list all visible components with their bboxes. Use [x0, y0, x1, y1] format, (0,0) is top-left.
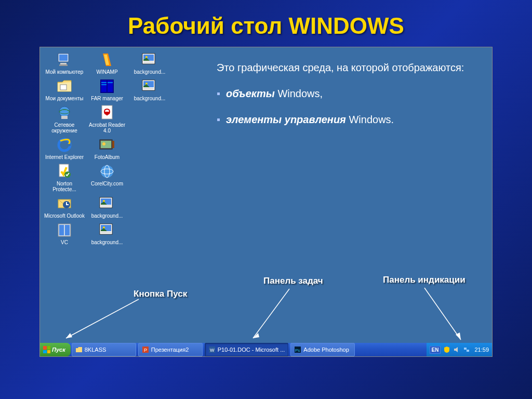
clock[interactable]: 21:59 — [472, 347, 489, 353]
bullet-rest: Windows, — [275, 88, 323, 99]
icon-label: FotoAlbum — [86, 154, 128, 160]
svg-text:P: P — [144, 348, 147, 353]
annotation-taskbar: Панель задач — [263, 276, 323, 286]
description-intro: Это графическая среда, на которой отобра… — [217, 60, 464, 75]
folder-small-icon — [75, 346, 83, 353]
svg-point-27 — [102, 142, 105, 145]
icon-fotoalbum[interactable]: FotoAlbum — [86, 137, 128, 160]
icon-corelcity[interactable]: CorelCity.com — [86, 163, 128, 192]
annotation-tray: Панель индикации — [383, 275, 466, 285]
svg-rect-41 — [101, 205, 111, 207]
icon-label: VC — [43, 240, 86, 245]
image-icon — [99, 195, 115, 212]
image-icon — [141, 51, 158, 68]
svg-rect-43 — [59, 225, 64, 235]
svg-rect-11 — [108, 81, 113, 92]
bullet-bold: элементы управления — [226, 114, 346, 125]
ps-icon: Ps — [294, 346, 301, 353]
icon-network[interactable]: Сетевое окружение — [43, 104, 86, 134]
bullet-rest: Windows. — [346, 114, 394, 125]
svg-text:W: W — [210, 348, 215, 353]
svg-rect-3 — [59, 64, 68, 66]
icon-ie[interactable]: Internet Explorer — [43, 137, 86, 160]
svg-rect-26 — [101, 141, 111, 148]
icon-my-documents[interactable]: Мои документы — [43, 78, 86, 101]
arrow-taskbar — [248, 286, 310, 343]
icon-label: CorelCity.com — [86, 181, 128, 187]
icon-background1[interactable]: background... — [128, 51, 171, 75]
icon-background2[interactable]: background... — [128, 78, 171, 101]
icon-background3[interactable]: background... — [86, 195, 128, 219]
svg-rect-21 — [61, 116, 68, 119]
corel-icon — [99, 163, 115, 180]
icon-label: FAR manager — [86, 96, 128, 101]
word-icon: W — [208, 346, 216, 353]
icon-my-computer[interactable]: Мой компьютер — [43, 51, 86, 75]
language-indicator[interactable]: EN — [430, 346, 441, 354]
svg-point-31 — [101, 165, 113, 178]
arrow-tray — [414, 285, 476, 343]
svg-marker-54 — [456, 332, 461, 340]
taskbar: Пуск 8KLASS P Презентация2 W P10-01.DOC … — [40, 343, 492, 356]
icon-label: background... — [86, 240, 128, 245]
icon-label: Internet Explorer — [43, 154, 86, 160]
task-word[interactable]: W P10-01.DOC - Microsoft ... — [205, 343, 289, 356]
tray-network-icon[interactable] — [462, 346, 470, 354]
slide: Рабочий стол WINDOWS Мой компьютер WINAM… — [0, 0, 532, 399]
photo-icon — [99, 137, 115, 153]
icon-outlook[interactable]: Microsoft Outlook — [43, 195, 86, 219]
icon-label: Norton Protecte... — [43, 181, 86, 192]
svg-rect-28 — [112, 141, 114, 148]
bullet-objects: объекты Windows, — [217, 86, 464, 101]
annotation-start: Кнопка Пуск — [134, 289, 187, 299]
computer-icon — [56, 51, 73, 68]
desktop-screenshot: Мой компьютер WINAMP background... — [39, 47, 493, 357]
far-icon — [99, 78, 115, 95]
svg-point-19 — [59, 107, 70, 117]
start-button[interactable]: Пуск — [40, 343, 71, 356]
bullet-controls: элементы управления Windows. — [217, 112, 464, 127]
icon-acrobat[interactable]: Acrobat Reader 4.0 — [86, 104, 128, 134]
icon-label: Сетевое окружение — [43, 122, 86, 134]
svg-line-53 — [424, 288, 461, 340]
bullet-bold: объекты — [226, 88, 275, 99]
icon-label: WINAMP — [86, 69, 128, 75]
icon-far-manager[interactable]: FAR manager — [86, 78, 128, 101]
slide-title: Рабочий стол WINDOWS — [21, 13, 511, 39]
icon-label: Мои документы — [43, 96, 86, 101]
task-presentation[interactable]: P Презентация2 — [138, 343, 203, 356]
arrow-start — [61, 297, 144, 343]
svg-rect-62 — [467, 350, 469, 352]
task-8klass[interactable]: 8KLASS — [72, 343, 136, 356]
windows-flag-icon — [43, 346, 50, 353]
svg-marker-50 — [66, 333, 72, 338]
tray-shield-icon[interactable] — [443, 346, 450, 354]
svg-text:Ps: Ps — [295, 348, 300, 353]
svg-rect-44 — [65, 225, 70, 235]
task-photoshop[interactable]: Ps Adobe Photoshop — [290, 343, 355, 356]
svg-rect-48 — [101, 232, 111, 233]
icon-label: background... — [128, 69, 171, 75]
svg-rect-2 — [60, 63, 66, 64]
task-label: P10-01.DOC - Microsoft ... — [218, 347, 285, 353]
svg-rect-61 — [464, 348, 467, 350]
pdf-icon — [99, 104, 115, 121]
icon-winamp[interactable]: WINAMP — [86, 51, 128, 75]
vc-icon — [56, 222, 73, 238]
icon-background4[interactable]: background... — [86, 222, 128, 245]
description-block: Это графическая среда, на которой отобра… — [217, 60, 464, 138]
svg-line-51 — [253, 289, 289, 338]
network-icon — [56, 104, 73, 121]
icon-vc[interactable]: VC — [43, 222, 86, 245]
svg-rect-10 — [101, 81, 107, 92]
tray-volume-icon[interactable] — [453, 346, 460, 354]
task-label: 8KLASS — [85, 347, 107, 353]
task-label: Презентация2 — [151, 347, 189, 353]
system-tray: EN 21:59 — [427, 343, 492, 356]
start-label: Пуск — [52, 347, 65, 353]
image-icon — [99, 222, 115, 238]
ie-icon — [56, 137, 73, 153]
icon-norton[interactable]: Norton Protecte... — [43, 163, 86, 192]
icon-label: Microsoft Outlook — [43, 213, 86, 219]
svg-marker-52 — [253, 333, 259, 338]
